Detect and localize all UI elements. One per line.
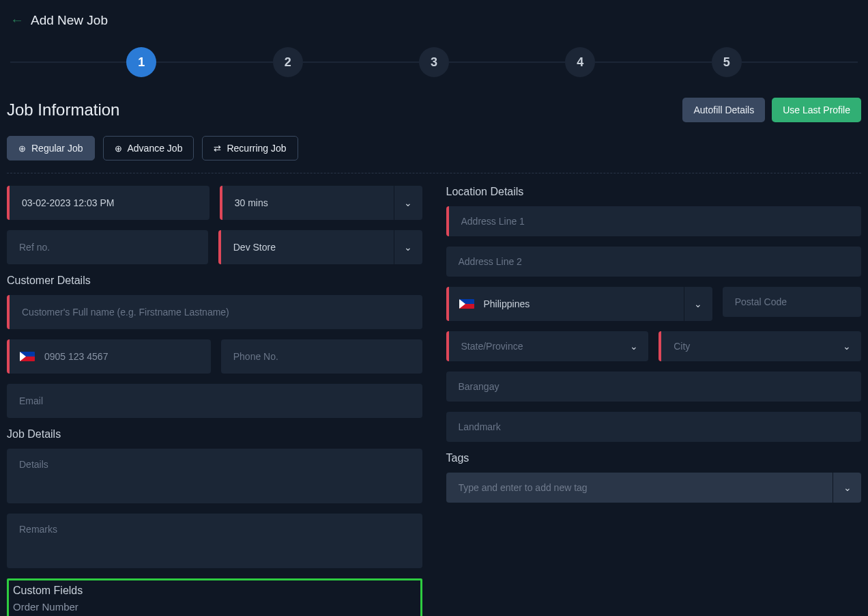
remarks-textarea[interactable] [7,514,422,568]
details-textarea[interactable] [7,449,422,503]
job-details-title: Job Details [7,428,422,440]
philippines-flag-icon [20,352,35,361]
chevron-down-icon[interactable]: ⌄ [833,331,861,361]
address1-input[interactable] [449,216,862,227]
landmark-field[interactable] [446,412,862,442]
city-input[interactable] [661,341,833,352]
customer-name-input[interactable] [10,307,422,318]
datetime-field[interactable]: 03-02-2023 12:03 PM [7,186,209,220]
ref-no-field[interactable] [7,230,208,264]
step-1[interactable]: 1 [126,47,156,77]
ref-no-input[interactable] [7,242,208,253]
advance-job-label: Advance Job [128,143,183,154]
tags-input[interactable] [446,482,833,493]
tags-field[interactable]: ⌄ [446,473,862,503]
city-select[interactable]: ⌄ [659,331,861,361]
step-2[interactable]: 2 [273,47,303,77]
regular-job-label: Regular Job [31,143,83,154]
store-select[interactable]: Dev Store ⌄ [218,230,422,264]
plus-circle-icon: ⊕ [18,143,26,154]
store-value: Dev Store [221,242,394,253]
divider [7,173,861,173]
chevron-down-icon[interactable]: ⌄ [620,331,648,361]
email-input[interactable] [7,395,422,406]
plus-circle-icon: ⊕ [115,143,122,154]
custom-fields-title: Custom Fields [13,585,416,597]
mobile-field[interactable] [7,339,211,374]
order-number-label: Order Number [13,601,416,613]
step-5[interactable]: 5 [712,47,742,77]
postal-field[interactable] [723,287,861,317]
address2-field[interactable] [446,247,862,277]
custom-fields-highlight-box: Custom Fields Order Number [7,578,422,616]
country-value: Philippines [478,298,684,309]
details-field[interactable] [7,449,422,503]
chevron-down-icon[interactable]: ⌄ [833,473,861,503]
address2-input[interactable] [446,256,862,267]
recurring-job-button[interactable]: ⇄ Recurring Job [202,136,298,160]
phone-field[interactable] [221,339,422,374]
chevron-down-icon[interactable]: ⌄ [394,230,422,264]
postal-input[interactable] [723,296,861,307]
mobile-input[interactable] [39,351,211,362]
barangay-field[interactable] [446,372,862,402]
email-field[interactable] [7,384,422,418]
advance-job-button[interactable]: ⊕ Advance Job [103,136,194,160]
repeat-icon: ⇄ [214,143,221,154]
state-input[interactable] [449,341,620,352]
use-last-profile-button[interactable]: Use Last Profile [772,98,861,122]
section-title: Job Information [7,100,119,120]
page-title: Add New Job [31,13,108,28]
barangay-input[interactable] [446,381,862,392]
country-select[interactable]: Philippines ⌄ [446,287,712,321]
regular-job-button[interactable]: ⊕ Regular Job [7,136,95,160]
philippines-flag-icon [459,299,474,309]
phone-input[interactable] [221,351,422,362]
recurring-job-label: Recurring Job [227,143,286,154]
customer-details-title: Customer Details [7,275,422,287]
stepper: 1 2 3 4 5 [7,47,861,77]
step-4[interactable]: 4 [565,47,595,77]
step-3[interactable]: 3 [419,47,449,77]
duration-select[interactable]: 30 mins ⌄ [220,186,422,220]
back-arrow-icon[interactable]: ← [10,12,24,28]
address1-field[interactable] [446,206,862,236]
state-select[interactable]: ⌄ [446,331,649,361]
duration-value: 30 mins [222,197,394,208]
tags-title: Tags [446,452,862,464]
landmark-input[interactable] [446,421,862,432]
location-details-title: Location Details [446,186,862,198]
autofill-details-button[interactable]: Autofill Details [682,98,765,122]
remarks-field[interactable] [7,514,422,568]
chevron-down-icon[interactable]: ⌄ [684,287,712,321]
datetime-value: 03-02-2023 12:03 PM [10,197,209,208]
customer-name-field[interactable] [7,295,422,329]
chevron-down-icon[interactable]: ⌄ [394,186,422,220]
